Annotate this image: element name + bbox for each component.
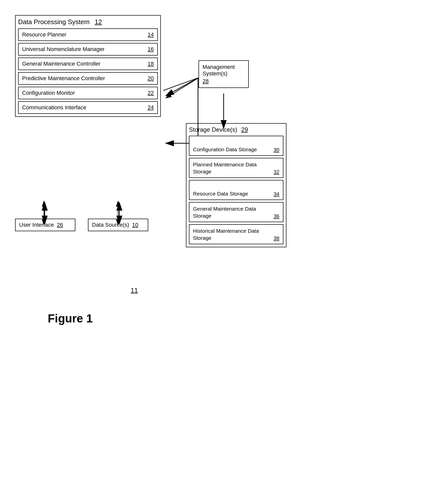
module-label-resource-planner: Resource Planner — [22, 31, 66, 38]
storage-num: 29 — [241, 126, 248, 133]
storage-item-num-config: 30 — [274, 147, 279, 153]
svg-line-7 — [163, 78, 198, 90]
storage-item-num-general: 36 — [274, 213, 279, 219]
module-label-predictive-maintenance: Predictive Maintenance Controller — [22, 75, 105, 82]
storage-item-general: General Maintenance Data Storage 36 — [189, 202, 283, 222]
mgmt-num: 28 — [203, 78, 245, 84]
dps-title: Data Processing System 12 — [18, 18, 158, 26]
module-num-configuration-monitor: 22 — [148, 90, 154, 96]
module-predictive-maintenance: Predictive Maintenance Controller 20 — [18, 72, 158, 85]
module-label-universal-nomenclature: Universal Nomenclature Manager — [22, 46, 105, 53]
module-num-general-maintenance: 18 — [148, 61, 154, 67]
management-system-box: Management System(s) 28 — [198, 60, 249, 88]
storage-item-planned: Planned Maintenance Data Storage 32 — [189, 158, 283, 178]
mgmt-title: Management System(s) 28 — [203, 64, 245, 84]
module-num-predictive-maintenance: 20 — [148, 75, 154, 82]
dps-box: Data Processing System 12 Resource Plann… — [15, 15, 161, 117]
ds-label: Data Source(s) — [92, 222, 129, 228]
module-num-universal-nomenclature: 16 — [148, 46, 154, 53]
module-resource-planner: Resource Planner 14 — [18, 28, 158, 41]
module-num-resource-planner: 14 — [148, 31, 154, 38]
dps-num: 12 — [95, 18, 102, 26]
ds-num: 10 — [132, 222, 138, 228]
data-source-box: Data Source(s) 10 — [88, 219, 148, 231]
storage-item-resource: Resource Data Storage 34 — [189, 180, 283, 200]
storage-item-label-general: General Maintenance Data Storage — [193, 205, 271, 219]
ui-label: User Interface — [19, 222, 54, 228]
storage-item-label-planned: Planned Maintenance Data Storage — [193, 161, 271, 175]
storage-item-historical: Historical Maintenance Data Storage 38 — [189, 224, 283, 244]
module-configuration-monitor: Configuration Monitor 22 — [18, 87, 158, 99]
storage-item-config: Configuration Data Storage 30 — [189, 136, 283, 156]
svg-line-6 — [166, 78, 198, 98]
storage-title: Storage Device(s) 29 — [189, 126, 283, 133]
storage-item-label-resource: Resource Data Storage — [193, 190, 271, 197]
storage-device-box: Storage Device(s) 29 Configuration Data … — [186, 123, 286, 247]
dps-label: Data Processing System — [18, 18, 90, 26]
user-interface-box: User Interface 26 — [15, 219, 75, 231]
storage-item-num-planned: 32 — [274, 169, 279, 175]
storage-item-num-historical: 38 — [274, 235, 279, 241]
module-label-communications-interface: Communications Interface — [22, 104, 86, 111]
svg-line-14 — [166, 78, 198, 95]
figure-label: Figure 1 — [48, 312, 93, 325]
diagram-container: Data Processing System 12 Resource Plann… — [10, 10, 437, 467]
system-num: 11 — [131, 286, 138, 294]
ui-num: 26 — [57, 222, 63, 228]
storage-item-num-resource: 34 — [274, 191, 279, 197]
mgmt-label: Management System(s) — [203, 64, 245, 77]
module-num-communications-interface: 24 — [148, 104, 154, 111]
module-label-general-maintenance: General Maintenance Controller — [22, 61, 101, 67]
storage-label: Storage Device(s) — [189, 126, 237, 133]
module-universal-nomenclature: Universal Nomenclature Manager 16 — [18, 43, 158, 56]
module-communications-interface: Communications Interface 24 — [18, 101, 158, 114]
storage-item-label-config: Configuration Data Storage — [193, 146, 271, 153]
storage-item-label-historical: Historical Maintenance Data Storage — [193, 227, 271, 241]
module-general-maintenance: General Maintenance Controller 18 — [18, 58, 158, 70]
module-label-configuration-monitor: Configuration Monitor — [22, 90, 75, 96]
